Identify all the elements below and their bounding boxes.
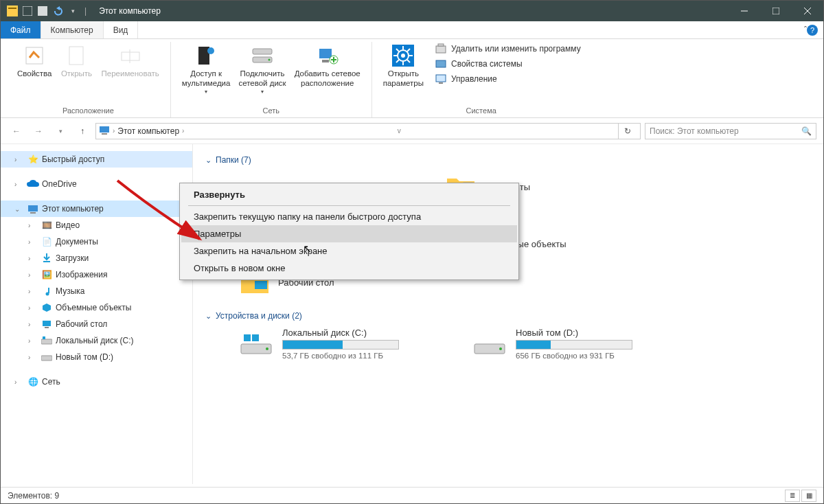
up-button[interactable]: ↑ [73,122,91,140]
desktop-icon [41,318,53,330]
ctx-parameters[interactable]: Параметры [181,225,517,242]
ctx-pin-start[interactable]: Закрепить на начальном экране [181,242,517,260]
drive-d-usage-bar [516,340,632,350]
drive-c-usage-bar [282,340,399,350]
system-menu-icon[interactable] [6,5,19,17]
svg-rect-37 [439,82,443,84]
video-icon: 🎞️ [41,219,53,231]
map-drive-button[interactable]: Подключить сетевой диск ▾ [234,42,290,96]
collapse-icon[interactable]: ⌄ [205,312,211,321]
expand-icon[interactable]: › [14,181,24,188]
svg-rect-2 [23,6,32,16]
address-dropdown[interactable]: v [398,127,401,135]
details-view-button[interactable]: ≣ [785,490,800,502]
svg-rect-44 [43,321,51,326]
help-icon[interactable]: ? [807,25,818,36]
address-bar[interactable]: › Этот компьютер › v ↻ [95,123,641,139]
system-properties-label: Свойства системы [451,59,523,69]
breadcrumb-separator-2[interactable]: › [182,127,184,135]
breadcrumb-separator[interactable]: › [113,127,115,135]
close-button[interactable] [792,1,823,21]
qat-customize-icon[interactable]: ▾ [67,5,79,17]
svg-rect-35 [436,60,446,67]
tab-file[interactable]: Файл [1,21,41,38]
svg-rect-47 [43,336,45,339]
navigation-pane[interactable]: › ⭐ Быстрый доступ › OneDrive ⌄ Этот ком… [1,144,193,484]
recent-locations-button[interactable]: ▾ [52,122,69,140]
sidebar-item-onedrive[interactable]: › OneDrive [1,176,192,192]
window-title: Этот компьютер [95,6,161,16]
sidebar-pictures-label: Изображения [56,270,107,279]
sidebar-item-thispc[interactable]: ⌄ Этот компьютер [1,201,192,217]
status-item-count: Элементов: 9 [8,491,59,501]
navigation-row: ← → ▾ ↑ › Этот компьютер › v ↻ Поиск: Эт… [1,118,823,144]
collapse-icon[interactable]: ⌄ [14,205,24,213]
sidebar-item-diskc[interactable]: › Локальный диск (C:) [1,332,192,349]
sidebar-item-3dobjects[interactable]: › Объемные объекты [1,299,192,316]
svg-rect-5 [772,8,779,14]
rename-button: Переименовать [98,42,163,80]
add-network-location-button[interactable]: Добавить сетевое расположение [290,42,365,90]
svg-rect-45 [45,327,49,328]
sidebar-item-downloads[interactable]: › Загрузки [1,250,192,266]
breadcrumb-thispc[interactable]: Этот компьютер [117,126,179,136]
qat-properties-icon[interactable] [21,5,34,17]
disk-icon [41,351,53,363]
media-access-button[interactable]: Доступ к мультимедиа ▾ [178,42,235,96]
drive-c-sub: 53,7 ГБ свободно из 111 ГБ [282,352,399,360]
uninstall-program-button[interactable]: Удалить или изменить программу [432,42,584,56]
sidebar-documents-label: Документы [56,237,98,247]
mouse-cursor-icon: ↖ [303,242,312,255]
svg-rect-18 [322,60,329,62]
svg-point-24 [401,54,405,58]
open-label: Открыть [61,69,92,79]
ctx-open-new-window[interactable]: Открыть в новом окне [181,260,517,277]
drive-d[interactable]: Новый том (D:) 656 ГБ свободно из 931 ГБ [473,328,679,360]
icons-view-button[interactable]: ▦ [801,490,816,502]
expand-icon[interactable]: › [14,156,24,163]
ribbon-tabs: Файл Компьютер Вид ˆ ? [1,21,823,39]
svg-rect-36 [436,75,446,82]
minimize-button[interactable] [729,1,760,21]
sidebar-item-documents[interactable]: ›📄 Документы [1,233,192,250]
properties-button[interactable]: Свойства [13,42,56,80]
tab-computer[interactable]: Компьютер [41,21,104,38]
music-icon [41,285,53,297]
search-box[interactable]: Поиск: Этот компьютер 🔍 [645,123,816,139]
qat-undo-icon[interactable] [52,5,64,17]
sidebar-item-video[interactable]: ›🎞️ Видео [1,217,192,233]
sidebar-item-diskd[interactable]: › Новый том (D:) [1,349,192,365]
folders-section-header[interactable]: ⌄ Папки (7) [205,155,811,165]
drives-section-header[interactable]: ⌄ Устройства и диски (2) [205,311,811,321]
ctx-pin-quick[interactable]: Закрепить текущую папку на панели быстро… [181,208,517,225]
system-properties-button[interactable]: Свойства системы [432,57,584,71]
sidebar-item-pictures[interactable]: ›🖼️ Изображения [1,266,192,283]
svg-point-13 [207,47,214,54]
manage-button[interactable]: Управление [432,72,584,86]
sidebar-onedrive-label: OneDrive [42,179,77,189]
open-settings-button[interactable]: Открыть параметры [379,42,428,90]
group-system-label: Система [466,105,496,117]
collapse-icon[interactable]: ⌄ [205,156,211,165]
uninstall-label: Удалить или изменить программу [451,44,581,54]
drives-header-label: Устройства и диски (2) [216,311,302,321]
map-drive-label: Подключить сетевой диск [238,69,286,89]
pictures-icon: 🖼️ [41,268,53,281]
sidebar-item-desktop[interactable]: › Рабочий стол [1,316,192,332]
tab-view[interactable]: Вид [104,21,139,38]
drive-c[interactable]: Локальный диск (C:) 53,7 ГБ свободно из … [240,328,446,360]
svg-point-57 [499,347,502,350]
sidebar-item-network[interactable]: ›🌐 Сеть [1,374,192,390]
search-icon[interactable]: 🔍 [801,126,812,136]
svg-rect-39 [102,133,107,135]
ctx-expand[interactable]: Развернуть [181,186,517,203]
qat-newfolder-icon[interactable] [36,5,49,17]
sidebar-item-quick-access[interactable]: › ⭐ Быстрый доступ [1,151,192,168]
refresh-button[interactable]: ↻ [618,124,637,139]
ribbon-help[interactable]: ˆ ? [796,21,823,38]
system-properties-icon [435,58,447,70]
documents-icon: 📄 [41,236,53,248]
back-button[interactable]: ← [8,122,25,140]
sidebar-item-music[interactable]: › Музыка [1,283,192,299]
maximize-button[interactable] [760,1,792,21]
